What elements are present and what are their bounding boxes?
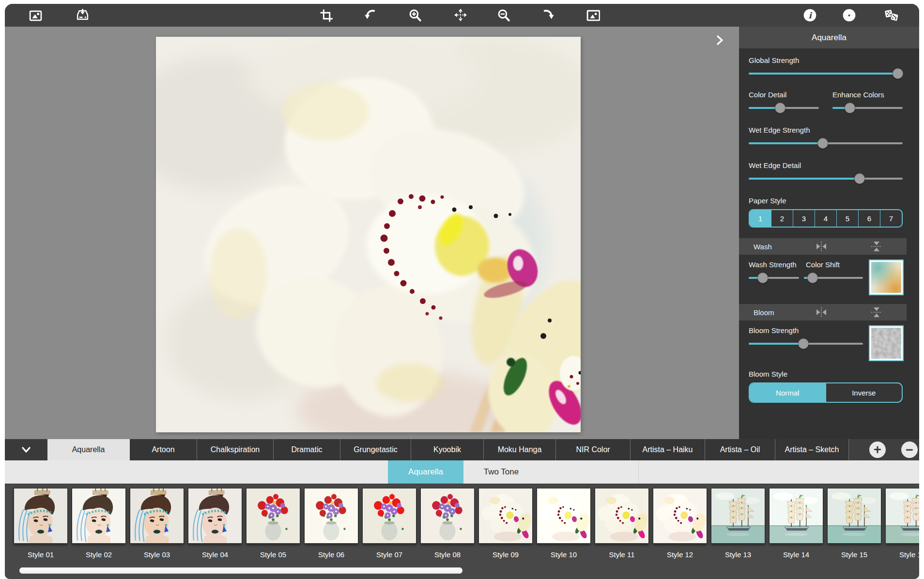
randomize-button[interactable]	[882, 6, 899, 24]
global-strength-label: Global Strength	[749, 56, 903, 64]
wet-edge-strength-slider[interactable]	[749, 138, 903, 149]
bloom-flip-horizontal-button[interactable]	[816, 307, 827, 318]
paper-style-option-6[interactable]: 6	[858, 210, 880, 227]
paper-style-option-7[interactable]: 7	[880, 210, 902, 227]
style-preview-image	[246, 488, 300, 544]
move-button[interactable]	[452, 6, 469, 24]
bloom-texture-preview[interactable]	[870, 326, 903, 360]
color-shift-slider[interactable]	[804, 273, 863, 283]
paper-style-option-2[interactable]: 2	[771, 210, 793, 227]
redo-button[interactable]	[540, 6, 557, 24]
save-button[interactable]	[73, 6, 91, 24]
style-label: Style 14	[769, 550, 823, 559]
style-label: Style 13	[711, 550, 765, 559]
info-button[interactable]: i	[801, 6, 818, 24]
divider	[638, 460, 639, 484]
color-detail-slider[interactable]	[749, 103, 819, 113]
zoom-in-button[interactable]	[406, 6, 424, 24]
undo-icon	[363, 8, 377, 22]
style-label: Style 02	[72, 550, 126, 559]
wash-strength-slider[interactable]	[749, 273, 799, 283]
wash-flip-horizontal-button[interactable]	[816, 241, 827, 252]
wash-texture-preview[interactable]	[870, 260, 903, 294]
style-label: Style 16	[885, 550, 919, 559]
paper-style-segmented-control: 1234567	[749, 209, 903, 228]
style-thumbnail-style-03[interactable]: Style 03	[130, 488, 184, 559]
bloom-section-title: Bloom	[754, 308, 774, 317]
zoom-out-button[interactable]	[495, 6, 512, 24]
bloom-section-bar: Bloom	[739, 304, 907, 320]
style-thumbnail-style-02[interactable]: Style 02	[72, 488, 126, 559]
collapse-styles-button[interactable]	[5, 439, 47, 460]
paper-style-option-4[interactable]: 4	[815, 210, 836, 227]
settings-button[interactable]	[840, 6, 858, 24]
bloom-strength-slider[interactable]	[749, 338, 863, 349]
style-thumbnail-style-11[interactable]: Style 11	[595, 488, 649, 559]
info-icon: i	[803, 8, 817, 22]
redo-icon	[542, 8, 556, 22]
paper-style-option-1[interactable]: 1	[750, 210, 771, 227]
style-thumbnail-style-07[interactable]: Style 07	[362, 488, 416, 559]
adjustments-panel: Aquarella Global Strength Color Detail E…	[739, 27, 919, 439]
style-label: Style 12	[653, 550, 707, 559]
undo-button[interactable]	[361, 6, 379, 24]
bloom-style-option-normal[interactable]: Normal	[750, 383, 826, 402]
paper-style-option-3[interactable]: 3	[793, 210, 815, 227]
tab-aquarella[interactable]: Aquarella	[47, 439, 130, 460]
style-thumbnail-style-09[interactable]: Style 09	[478, 488, 533, 559]
add-style-button[interactable]: +	[869, 442, 886, 458]
wet-edge-detail-label: Wet Edge Detail	[749, 161, 903, 169]
view-original-button[interactable]	[584, 6, 601, 24]
style-label: Style 04	[188, 550, 242, 559]
style-preview-image	[188, 488, 242, 544]
style-thumbnail-style-15[interactable]: Style 15	[827, 488, 881, 559]
styles-strip: Style 01Style 02Style 03Style 04Style 05…	[5, 484, 919, 579]
subtab-two-tone[interactable]: Two Tone	[463, 460, 539, 484]
bloom-style-option-inverse[interactable]: Inverse	[826, 383, 902, 402]
horizontal-scrollbar[interactable]	[19, 567, 462, 574]
wash-flip-vertical-button[interactable]	[871, 241, 882, 252]
effects-tab-bar: AquarellaArtoonChalkspirationDramaticGru…	[5, 439, 919, 460]
tab-dramatic[interactable]: Dramatic	[274, 439, 340, 460]
tab-artista-oil[interactable]: Artista – Oil	[705, 439, 775, 460]
open-image-button[interactable]	[26, 6, 44, 24]
remove-style-button[interactable]: −	[901, 442, 918, 458]
tab-moku-hanga[interactable]: Moku Hanga	[484, 439, 556, 460]
wet-edge-detail-slider[interactable]	[749, 173, 903, 184]
global-strength-slider[interactable]	[749, 68, 903, 79]
tab-grungetastic[interactable]: Grungetastic	[340, 439, 411, 460]
chevron-down-icon	[20, 443, 32, 456]
tab-chalkspiration[interactable]: Chalkspiration	[197, 439, 274, 460]
crop-button[interactable]	[317, 6, 335, 24]
color-shift-label: Color Shift	[806, 260, 840, 269]
panel-title: Aquarella	[739, 27, 919, 48]
style-thumbnail-style-04[interactable]: Style 04	[188, 488, 242, 559]
bloom-flip-vertical-button[interactable]	[871, 307, 882, 318]
panel-collapse-button[interactable]	[713, 33, 726, 47]
style-thumbnail-style-12[interactable]: Style 12	[653, 488, 707, 559]
tab-artista-haiku[interactable]: Artista – Haiku	[631, 439, 705, 460]
app-window: i	[5, 4, 919, 579]
style-thumbnail-style-06[interactable]: Style 06	[304, 488, 358, 559]
style-thumbnail-style-13[interactable]: Style 13	[711, 488, 765, 559]
style-thumbnail-style-08[interactable]: Style 08	[420, 488, 475, 559]
chevron-right-icon	[713, 33, 726, 47]
enhance-colors-slider[interactable]	[832, 103, 903, 113]
style-preview-image	[769, 488, 823, 544]
randomize-icon	[884, 8, 898, 22]
canvas-area	[5, 27, 739, 439]
style-thumbnail-style-14[interactable]: Style 14	[769, 488, 823, 559]
style-preview-image	[537, 488, 591, 544]
style-thumbnail-style-01[interactable]: Style 01	[14, 488, 68, 559]
tab-artista-sketch[interactable]: Artista – Sketch	[775, 439, 849, 460]
style-thumbnail-style-10[interactable]: Style 10	[537, 488, 591, 559]
edited-image[interactable]	[156, 37, 581, 432]
paper-style-option-5[interactable]: 5	[836, 210, 858, 227]
tab-artoon[interactable]: Artoon	[130, 439, 197, 460]
subtab-aquarella[interactable]: Aquarella	[388, 460, 463, 484]
tab-kyoobik[interactable]: Kyoobik	[411, 439, 484, 460]
paper-style-label: Paper Style	[749, 197, 903, 205]
style-thumbnail-style-05[interactable]: Style 05	[246, 488, 300, 559]
tab-nir-color[interactable]: NIR Color	[556, 439, 631, 460]
style-thumbnail-style-16[interactable]: Style 16	[885, 488, 919, 559]
